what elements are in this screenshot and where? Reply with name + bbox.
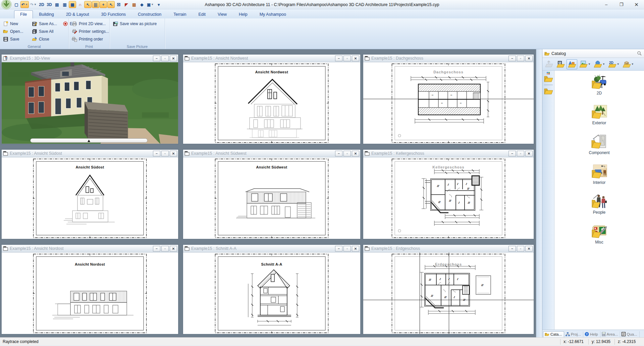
catalog-item-2d[interactable]: 2D (591, 75, 607, 95)
printing-order-button[interactable]: Printing order (71, 36, 108, 43)
undo-icon[interactable]: ↶▼ (20, 1, 29, 8)
child-restore-button[interactable]: ▫ (343, 246, 351, 252)
magnet-snap-icon[interactable]: ∩ (76, 1, 84, 8)
child-window-kellergeschoss[interactable]: Example15 : Kellergeschoss – ▫ ✕ (363, 149, 534, 239)
child-close-button[interactable]: ✕ (170, 56, 177, 61)
catalog-item-people[interactable]: People (591, 194, 607, 215)
print-2d-view-button[interactable]: Print 2D view... (71, 20, 108, 27)
child-window-titlebar[interactable]: Example15 : Ansicht Südwest – ▫ ✕ (183, 150, 360, 157)
2d-plan-window-icon[interactable] (184, 151, 190, 156)
drawing-canvas[interactable]: ▞▞▞▞▞ ▞▞▞▞▞▞▞ ▞▞ (363, 253, 534, 334)
walkthrough-slider[interactable] (30, 138, 148, 143)
2d-plan-window-icon[interactable] (365, 56, 370, 61)
catalog-item-misc[interactable]: Misc (591, 224, 607, 245)
child-restore-button[interactable]: ▫ (343, 151, 351, 156)
new-document-icon[interactable]: ▢ (13, 1, 20, 8)
child-minimize-button[interactable]: – (335, 56, 342, 61)
tab-help[interactable]: ? Help (583, 331, 600, 337)
child-window-3d-view[interactable]: Example15 : 3D-View – ▫ ✕ (1, 54, 178, 144)
roof-tool-icon[interactable]: ◤ (123, 1, 130, 8)
ribbon-tab-building[interactable]: Building (33, 10, 60, 18)
child-window-titlebar[interactable]: Example15 : Ansicht Südost – ▫ ✕ (2, 150, 178, 157)
3d-view-window-icon[interactable] (3, 56, 8, 61)
new-button[interactable]: New (2, 20, 31, 27)
split-vertical-icon[interactable]: ▥ (61, 1, 68, 8)
child-close-button[interactable]: ✕ (525, 151, 533, 156)
ribbon-tab-help[interactable]: Help (233, 10, 254, 18)
child-restore-button[interactable]: ▫ (517, 246, 524, 252)
child-minimize-button[interactable]: – (508, 56, 516, 61)
catalog-root-folder-icon[interactable] (544, 75, 553, 83)
ribbon-tab-construction[interactable]: Construction (132, 10, 167, 18)
2d-plan-window-icon[interactable] (365, 246, 370, 251)
workspace-scrollbar[interactable] (536, 49, 542, 337)
ribbon-tab-file[interactable]: File (14, 10, 33, 18)
child-close-button[interactable]: ✕ (170, 246, 177, 252)
view-3d-icon[interactable]: 3D (46, 1, 53, 8)
2d-plan-window-icon[interactable] (3, 246, 8, 251)
snap-point-icon[interactable]: + (100, 1, 107, 8)
redo-icon[interactable]: ↷▼ (29, 1, 38, 8)
child-close-button[interactable]: ✕ (170, 151, 177, 156)
ribbon-tab-view[interactable]: View (212, 10, 233, 18)
child-window-schnitt-a-a[interactable]: Example15 : Schnitt A-A – ▫ ✕ (183, 245, 361, 334)
2d-plan-window-icon[interactable] (3, 151, 8, 156)
catalog-subfolder-icon[interactable] (544, 87, 553, 95)
catalog-item-interior[interactable]: Interior (591, 164, 607, 185)
up-folder-icon[interactable] (544, 59, 554, 69)
drawing-canvas[interactable]: ▪▪▪▪▪▪▪▪ Dachgeschoss (363, 62, 534, 144)
printer-settings-button[interactable]: Printer settings... (71, 28, 108, 35)
2d-plan-window-icon[interactable] (184, 56, 190, 61)
child-restore-button[interactable]: ▫ (517, 151, 524, 156)
undo-icon-dropdown[interactable]: ▼ (25, 3, 28, 6)
drawing-canvas[interactable]: ▞▞▞▞▞ ▞▞▞▞▞▞▞▞▞ (363, 157, 534, 239)
child-restore-button[interactable]: ▫ (343, 56, 351, 61)
child-minimize-button[interactable]: – (335, 151, 342, 156)
ribbon-tab-terrain[interactable]: Terrain (167, 10, 192, 18)
child-minimize-button[interactable]: – (153, 246, 160, 252)
child-close-button[interactable]: ✕ (525, 56, 533, 61)
ribbon-tab-edit[interactable]: Edit (193, 10, 212, 18)
child-restore-button[interactable]: ▫ (161, 151, 169, 156)
child-window-titlebar[interactable]: Example15 : Ansicht Nordwest – ▫ ✕ (183, 55, 360, 62)
2d-folder-icon[interactable]: 2D ▼ (607, 59, 621, 69)
child-minimize-button[interactable]: – (153, 56, 160, 61)
materials-folder-icon[interactable]: ▼ (621, 59, 635, 69)
child-window-titlebar[interactable]: Example15 : 3D-View – ▫ ✕ (2, 55, 178, 62)
delete-selection-icon[interactable]: ☒ (115, 1, 122, 8)
child-close-button[interactable]: ✕ (352, 56, 359, 61)
close-button-ribbon[interactable]: Close (31, 36, 62, 43)
copy-view-icon-dropdown[interactable]: ▼ (151, 3, 154, 6)
drawing-canvas[interactable]: Ansicht Nordost (2, 253, 178, 334)
split-horizontal-icon[interactable]: ▤ (53, 1, 61, 8)
select-element-icon[interactable]: ↖ (84, 1, 92, 8)
child-minimize-button[interactable]: – (508, 151, 516, 156)
child-window-titlebar[interactable]: Example15 : Kellergeschoss – ▫ ✕ (363, 150, 534, 157)
child-minimize-button[interactable]: – (508, 246, 516, 252)
child-restore-button[interactable]: ▫ (161, 246, 169, 252)
drawing-canvas[interactable]: Schnitt A-A (183, 253, 360, 334)
redo-icon-dropdown[interactable]: ▼ (34, 3, 37, 6)
titlebar[interactable]: ▢↶▼↷▼2D3D▤▥▦∩↖|||+↖☒◤▨◆▣▼▾ Ashampoo 3D C… (0, 0, 644, 9)
child-window-ansicht-nordwest[interactable]: Example15 : Ansicht Nordwest – ▫ ✕ (183, 54, 361, 144)
child-window-ansicht-suedost[interactable]: Example15 : Ansicht Südost – ▫ ✕ (1, 149, 178, 239)
child-window-titlebar[interactable]: Example15 : Erdgeschoss – ▫ ✕ (363, 245, 534, 253)
pointer-icon[interactable]: ↖ (107, 1, 115, 8)
close-button[interactable]: ✕ (629, 0, 644, 9)
tab-quantities[interactable]: Qua... (620, 331, 639, 337)
child-window-titlebar[interactable]: Example15 : Dachgeschoss – ▫ ✕ (363, 55, 534, 62)
catalog-item-exterior[interactable]: Exterior (591, 105, 607, 125)
catalog-item-component[interactable]: Component (589, 134, 609, 155)
roof-edit-icon[interactable]: ▨ (130, 1, 138, 8)
ribbon-tab-2d-layout[interactable]: 2D & Layout (60, 10, 95, 18)
child-restore-button[interactable]: ▫ (517, 56, 524, 61)
drawing-canvas[interactable]: Ansicht Südost (2, 157, 178, 239)
child-close-button[interactable]: ✕ (352, 246, 359, 252)
child-close-button[interactable]: ✕ (525, 246, 533, 252)
tab-project[interactable]: Proj... (564, 332, 583, 337)
save-view-as-picture-button[interactable]: Save view as picture (112, 20, 163, 27)
save-as-button[interactable]: Save As... (31, 20, 62, 27)
components-folder-icon[interactable] (555, 59, 566, 69)
child-close-button[interactable]: ✕ (352, 151, 359, 156)
textures-folder-icon[interactable]: ▼ (578, 59, 592, 69)
